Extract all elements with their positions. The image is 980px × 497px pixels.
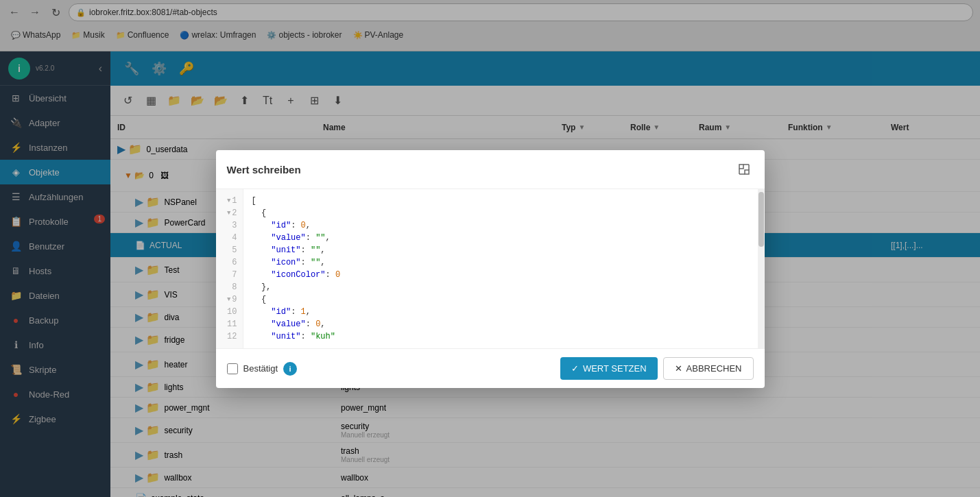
- code-line-5: "unit": "",: [252, 244, 750, 256]
- confirm-info-button[interactable]: i: [283, 362, 297, 376]
- cancel-button[interactable]: ✕ ABBRECHEN: [663, 357, 754, 380]
- code-line-6: "icon": "",: [252, 256, 750, 269]
- modal-overlay: Wert schreiben ▼1 ▼2 3 4 5 6: [0, 0, 980, 497]
- code-scrollbar[interactable]: [758, 189, 765, 348]
- code-editor[interactable]: ▼1 ▼2 3 4 5 6 7 8 ▼9 10 11 12 [ { "id": …: [216, 189, 765, 348]
- line-num-3: 3: [216, 219, 243, 232]
- svg-rect-1: [745, 170, 749, 174]
- code-line-2: {: [252, 207, 750, 219]
- line-num-2: ▼2: [216, 207, 243, 219]
- code-line-3: "id": 0,: [252, 219, 750, 232]
- line-numbers: ▼1 ▼2 3 4 5 6 7 8 ▼9 10 11 12: [216, 189, 243, 348]
- modal-expand-button[interactable]: [734, 160, 754, 179]
- modal-footer: Bestätigt i ✓ WERT SETZEN ✕ ABBRECHEN: [216, 348, 765, 388]
- modal-title: Wert schreiben: [227, 164, 301, 175]
- scrollbar-thumb[interactable]: [758, 192, 764, 247]
- code-line-11: "value": 0,: [252, 318, 750, 330]
- fold-arrow[interactable]: ▼: [227, 207, 230, 219]
- cancel-icon: ✕: [675, 363, 682, 374]
- code-line-4: "value": "",: [252, 232, 750, 244]
- modal-header: Wert schreiben: [216, 150, 765, 189]
- line-num-7: 7: [216, 269, 243, 281]
- line-num-8: 8: [216, 281, 243, 293]
- line-num-1: ▼1: [216, 195, 243, 207]
- line-num-11: 11: [216, 318, 243, 330]
- code-line-9: {: [252, 293, 750, 306]
- confirm-label[interactable]: Bestätigt: [243, 363, 278, 374]
- code-line-8: },: [252, 281, 750, 293]
- line-num-4: 4: [216, 232, 243, 244]
- fold-arrow[interactable]: ▼: [227, 293, 230, 306]
- code-line-1: [: [252, 195, 750, 207]
- confirm-checkbox[interactable]: [227, 363, 238, 374]
- fold-arrow[interactable]: ▼: [227, 195, 230, 207]
- set-value-button[interactable]: ✓ WERT SETZEN: [560, 357, 658, 380]
- checkmark-icon: ✓: [571, 363, 579, 374]
- code-line-12: "unit": "kuh": [252, 330, 750, 343]
- code-content[interactable]: [ { "id": 0, "value": "", "unit": "", "i…: [243, 189, 758, 348]
- line-num-12: 12: [216, 330, 243, 343]
- line-num-6: 6: [216, 256, 243, 269]
- cancel-label: ABBRECHEN: [686, 363, 742, 374]
- svg-rect-0: [739, 165, 743, 169]
- confirm-checkbox-area: Bestätigt i: [227, 362, 298, 376]
- footer-buttons: ✓ WERT SETZEN ✕ ABBRECHEN: [560, 357, 754, 380]
- line-num-10: 10: [216, 306, 243, 318]
- set-value-label: WERT SETZEN: [583, 363, 647, 374]
- line-num-5: 5: [216, 244, 243, 256]
- code-line-7: "iconColor": 0: [252, 269, 750, 281]
- code-line-10: "id": 1,: [252, 306, 750, 318]
- write-value-modal: Wert schreiben ▼1 ▼2 3 4 5 6: [216, 150, 765, 388]
- line-num-9: ▼9: [216, 293, 243, 306]
